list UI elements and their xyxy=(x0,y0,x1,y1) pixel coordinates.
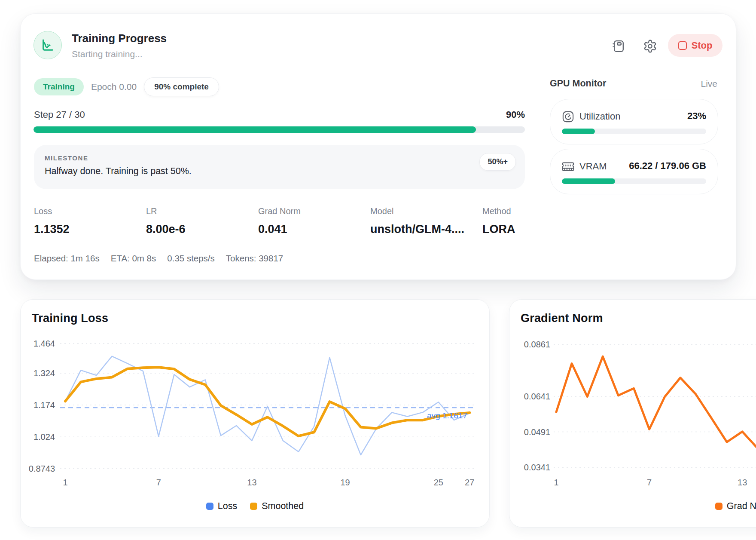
vram-value: 66.22 / 179.06 GB xyxy=(629,160,706,172)
vram-label: VRAM xyxy=(579,161,607,172)
legend-swatch xyxy=(715,503,722,510)
speed-label: 0.35 steps/s xyxy=(167,253,215,264)
legend-item-loss[interactable]: Loss xyxy=(206,501,237,512)
gradient-norm-card: Gradient Norm 0.08610.06410.04910.034117… xyxy=(509,299,756,528)
y-tick-label: 1.324 xyxy=(34,368,55,378)
legend-swatch xyxy=(250,503,257,510)
step-row: Step 27 / 30 90% xyxy=(34,109,525,120)
gpu-utilization-card: Utilization 23% xyxy=(550,99,718,144)
milestone-label: MILESTONE xyxy=(45,154,88,162)
x-tick-label: 25 xyxy=(434,478,443,487)
y-tick-label: 1.464 xyxy=(34,339,55,348)
training-loss-legend: LossSmoothed xyxy=(21,501,489,512)
gpu-monitor-header: GPU Monitor Live xyxy=(550,78,717,89)
gradient-norm-chart: 0.08610.06410.04910.03411713 xyxy=(509,300,756,495)
vram-bar xyxy=(562,178,706,184)
page-title: Training Progress xyxy=(72,32,167,45)
legend-label: Smoothed xyxy=(262,501,304,512)
series-line-grad-norm xyxy=(556,356,756,449)
stop-button[interactable]: Stop xyxy=(668,34,722,57)
utilization-label: Utilization xyxy=(579,111,620,122)
milestone-box: MILESTONE Halfway done. Training is past… xyxy=(34,145,525,189)
x-tick-label: 7 xyxy=(647,478,652,487)
milestone-badge: 50%+ xyxy=(479,153,516,171)
legend-item-grad-norm[interactable]: Grad Norm xyxy=(715,501,756,512)
legend-item-smoothed[interactable]: Smoothed xyxy=(250,501,304,512)
settings-button[interactable] xyxy=(640,37,659,55)
training-status-badge: Training xyxy=(34,78,84,95)
status-badges: Training Epoch 0.00 90% complete xyxy=(34,77,219,96)
x-tick-label: 1 xyxy=(63,478,67,487)
elapsed-label: Elapsed: 1m 16s xyxy=(34,253,100,264)
x-tick-label: 13 xyxy=(247,478,256,487)
x-tick-label: 19 xyxy=(340,478,350,487)
utilization-bar-fill xyxy=(562,129,595,134)
vram-bar-fill xyxy=(562,178,615,184)
training-dashboard: Training Progress Starting training... S… xyxy=(0,0,756,540)
y-tick-label: 0.0491 xyxy=(524,427,550,437)
stat-lr: LR 8.00e-6 xyxy=(146,206,258,236)
training-progress-card: Training Progress Starting training... S… xyxy=(20,13,736,280)
utilization-value: 23% xyxy=(687,110,706,122)
average-label: avg 1.1617 xyxy=(427,411,467,420)
epoch-label: Epoch 0.00 xyxy=(91,82,137,92)
y-tick-label: 0.8743 xyxy=(29,464,55,473)
tokens-label: Tokens: 39817 xyxy=(226,253,283,264)
training-progress-fill xyxy=(34,126,476,133)
x-tick-label: 27 xyxy=(465,478,474,487)
step-label: Step 27 / 30 xyxy=(34,109,85,120)
y-tick-label: 0.0641 xyxy=(524,392,550,401)
timing-row: Elapsed: 1m 16s ETA: 0m 8s 0.35 steps/s … xyxy=(34,253,283,264)
series-line-smoothed xyxy=(65,367,469,436)
stat-loss: Loss 1.1352 xyxy=(34,206,146,236)
stat-grad-norm: Grad Norm 0.041 xyxy=(258,206,370,236)
complete-badge: 90% complete xyxy=(144,77,219,96)
gradient-norm-legend: Grad Norm xyxy=(509,501,756,512)
notebook-icon xyxy=(612,39,626,53)
y-tick-label: 0.0341 xyxy=(524,463,550,472)
gpu-vram-card: VRAM 66.22 / 179.06 GB xyxy=(550,149,718,194)
stat-model: Model unsloth/GLM-4.... xyxy=(370,206,482,236)
stat-method: Method LORA xyxy=(482,206,594,236)
stats-row: Loss 1.1352 LR 8.00e-6 Grad Norm 0.041 M… xyxy=(34,206,594,236)
stop-icon xyxy=(678,41,687,50)
training-logo xyxy=(34,31,62,59)
eta-label: ETA: 0m 8s xyxy=(111,253,156,264)
logs-button[interactable] xyxy=(609,37,628,55)
x-tick-label: 7 xyxy=(156,478,161,487)
x-tick-label: 1 xyxy=(554,478,558,487)
gear-icon xyxy=(643,39,657,53)
training-loss-chart: 1.4641.3241.1741.0240.87431713192527avg … xyxy=(21,300,489,495)
y-tick-label: 1.174 xyxy=(34,400,55,410)
loss-curve-icon xyxy=(40,37,55,53)
utilization-bar xyxy=(562,129,706,134)
y-tick-label: 1.024 xyxy=(34,432,55,442)
gauge-icon xyxy=(561,110,575,123)
legend-swatch xyxy=(206,503,213,510)
milestone-message: Halfway done. Training is past 50%. xyxy=(45,166,192,177)
legend-label: Loss xyxy=(218,501,237,512)
y-tick-label: 0.0861 xyxy=(524,340,550,349)
live-indicator: Live xyxy=(701,79,717,89)
progress-percent: 90% xyxy=(506,109,525,120)
memory-icon xyxy=(561,160,575,173)
x-tick-label: 13 xyxy=(738,478,747,487)
stop-button-label: Stop xyxy=(692,40,713,51)
gpu-monitor-title: GPU Monitor xyxy=(550,78,606,89)
training-progress-bar xyxy=(34,126,525,133)
legend-label: Grad Norm xyxy=(727,501,756,512)
status-text: Starting training... xyxy=(72,49,143,59)
training-loss-card: Training Loss 1.4641.3241.1741.0240.8743… xyxy=(20,299,490,528)
